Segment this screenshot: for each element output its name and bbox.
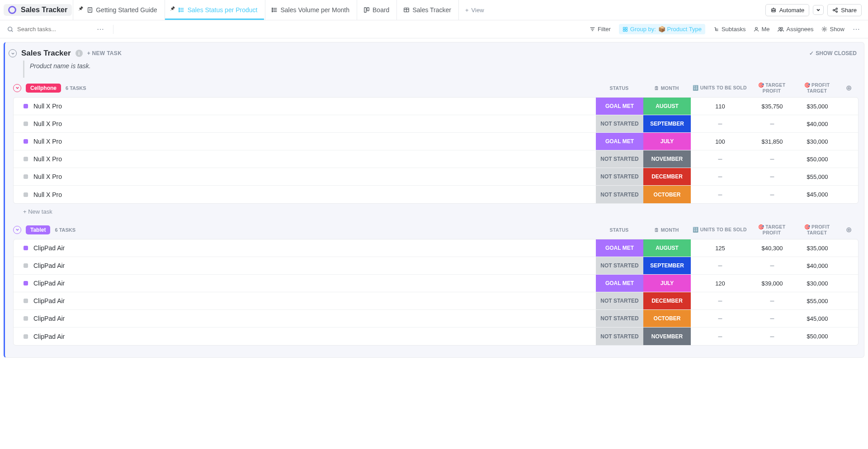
- status-bullet[interactable]: [24, 281, 28, 285]
- target-profit-cell[interactable]: –: [750, 173, 795, 181]
- table-row[interactable]: ClipPad Air NOT STARTED DECEMBER – – $55…: [14, 292, 858, 310]
- task-name[interactable]: Null X Pro: [33, 120, 596, 127]
- assignees-button[interactable]: Assignees: [778, 26, 813, 33]
- task-name[interactable]: ClipPad Air: [33, 280, 596, 287]
- units-cell[interactable]: 120: [691, 280, 750, 287]
- profit-target-cell[interactable]: $50,000: [795, 333, 840, 340]
- search-input[interactable]: [17, 26, 80, 33]
- month-cell[interactable]: OCTOBER: [643, 310, 691, 327]
- task-name[interactable]: ClipPad Air: [33, 262, 596, 269]
- new-task-button[interactable]: + NEW TASK: [87, 50, 122, 56]
- group-pill[interactable]: Cellphone: [26, 84, 61, 93]
- task-name[interactable]: Null X Pro: [33, 191, 596, 198]
- status-bullet[interactable]: [24, 139, 28, 144]
- status-bullet[interactable]: [24, 299, 28, 303]
- target-profit-cell[interactable]: $39,000: [750, 280, 795, 287]
- col-profit-target[interactable]: 🎯 PROFIT TARGET: [794, 224, 840, 235]
- automate-dropdown[interactable]: [813, 5, 824, 15]
- status-cell[interactable]: NOT STARTED: [596, 168, 643, 185]
- task-name[interactable]: ClipPad Air: [33, 333, 596, 340]
- units-cell[interactable]: –: [691, 191, 750, 199]
- tab-sales-tracker[interactable]: Sales Tracker: [396, 0, 458, 20]
- table-row[interactable]: Null X Pro NOT STARTED NOVEMBER – – $50,…: [14, 150, 858, 168]
- info-icon[interactable]: i: [75, 50, 83, 57]
- panel-collapse[interactable]: [9, 49, 17, 57]
- target-profit-cell[interactable]: –: [750, 120, 795, 128]
- target-profit-cell[interactable]: $40,300: [750, 245, 795, 252]
- status-bullet[interactable]: [24, 157, 28, 161]
- target-profit-cell[interactable]: –: [750, 297, 795, 305]
- target-profit-cell[interactable]: –: [750, 314, 795, 323]
- col-month[interactable]: 🗓 MONTH: [643, 85, 690, 91]
- target-profit-cell[interactable]: –: [750, 191, 795, 199]
- table-row[interactable]: Null X Pro NOT STARTED DECEMBER – – $55,…: [14, 168, 858, 186]
- profit-target-cell[interactable]: $35,000: [795, 103, 840, 110]
- group-by-chip[interactable]: Group by: 📦 Product Type: [619, 24, 705, 34]
- task-name[interactable]: Null X Pro: [33, 155, 596, 163]
- profit-target-cell[interactable]: $55,000: [795, 173, 840, 180]
- toolbar-more[interactable]: ⋯: [853, 25, 861, 33]
- status-bullet[interactable]: [24, 246, 28, 250]
- units-cell[interactable]: –: [691, 297, 750, 305]
- profit-target-cell[interactable]: $45,000: [795, 315, 840, 322]
- task-name[interactable]: Null X Pro: [33, 173, 596, 180]
- table-row[interactable]: ClipPad Air NOT STARTED SEPTEMBER – – $4…: [14, 257, 858, 275]
- new-task-row[interactable]: + New task: [13, 204, 864, 215]
- month-cell[interactable]: DECEMBER: [643, 168, 691, 185]
- units-cell[interactable]: –: [691, 120, 750, 128]
- show-closed-button[interactable]: ✓ SHOW CLOSED: [809, 50, 857, 56]
- task-name[interactable]: ClipPad Air: [33, 315, 596, 322]
- status-bullet[interactable]: [24, 122, 28, 126]
- profit-target-cell[interactable]: $30,000: [795, 280, 840, 287]
- task-name[interactable]: ClipPad Air: [33, 297, 596, 304]
- month-cell[interactable]: OCTOBER: [643, 186, 691, 203]
- units-cell[interactable]: –: [691, 332, 750, 341]
- subtasks-button[interactable]: Subtasks: [713, 26, 745, 33]
- search-wrap[interactable]: [7, 26, 89, 33]
- table-row[interactable]: Null X Pro NOT STARTED OCTOBER – – $45,0…: [14, 186, 858, 203]
- units-cell[interactable]: –: [691, 262, 750, 270]
- units-cell[interactable]: –: [691, 173, 750, 181]
- status-cell[interactable]: NOT STARTED: [596, 310, 643, 327]
- col-units[interactable]: 🔢 UNITS TO BE SOLD: [690, 227, 749, 233]
- month-cell[interactable]: SEPTEMBER: [643, 257, 691, 274]
- profit-target-cell[interactable]: $40,000: [795, 121, 840, 127]
- status-cell[interactable]: NOT STARTED: [596, 150, 643, 168]
- profit-target-cell[interactable]: $35,000: [795, 245, 840, 252]
- target-profit-cell[interactable]: –: [750, 262, 795, 270]
- status-cell[interactable]: NOT STARTED: [596, 292, 643, 309]
- col-profit-target[interactable]: 🎯 PROFIT TARGET: [794, 82, 840, 94]
- filter-button[interactable]: Filter: [590, 26, 611, 33]
- status-cell[interactable]: NOT STARTED: [596, 327, 643, 345]
- col-target-profit[interactable]: 🎯 TARGET PROFIT: [749, 224, 794, 235]
- add-view-button[interactable]: + View: [458, 0, 491, 20]
- status-bullet[interactable]: [24, 192, 28, 197]
- profit-target-cell[interactable]: $55,000: [795, 298, 840, 304]
- status-cell[interactable]: NOT STARTED: [596, 257, 643, 274]
- task-name[interactable]: Null X Pro: [33, 103, 596, 110]
- status-cell[interactable]: GOAL MET: [596, 98, 643, 115]
- status-cell[interactable]: NOT STARTED: [596, 186, 643, 203]
- add-column-button[interactable]: ⊕: [840, 84, 858, 92]
- status-cell[interactable]: GOAL MET: [596, 275, 643, 292]
- status-bullet[interactable]: [24, 174, 28, 179]
- col-target-profit[interactable]: 🎯 TARGET PROFIT: [749, 82, 794, 94]
- table-row[interactable]: Null X Pro NOT STARTED SEPTEMBER – – $40…: [14, 115, 858, 133]
- tab-sales-volume[interactable]: Sales Volume per Month: [265, 0, 356, 20]
- units-cell[interactable]: –: [691, 314, 750, 323]
- target-profit-cell[interactable]: –: [750, 332, 795, 341]
- units-cell[interactable]: 125: [691, 245, 750, 252]
- status-bullet[interactable]: [24, 263, 28, 268]
- status-cell[interactable]: NOT STARTED: [596, 115, 643, 132]
- status-cell[interactable]: GOAL MET: [596, 239, 643, 257]
- col-status[interactable]: STATUS: [595, 227, 643, 233]
- units-cell[interactable]: 110: [691, 103, 750, 110]
- month-cell[interactable]: AUGUST: [643, 239, 691, 257]
- tab-sales-status[interactable]: Sales Status per Product: [165, 0, 264, 20]
- target-profit-cell[interactable]: $35,750: [750, 103, 795, 110]
- month-cell[interactable]: SEPTEMBER: [643, 115, 691, 132]
- units-cell[interactable]: 100: [691, 138, 750, 145]
- tab-getting-started[interactable]: Getting Started Guide: [73, 0, 163, 20]
- target-profit-cell[interactable]: –: [750, 155, 795, 163]
- col-month[interactable]: 🗓 MONTH: [643, 227, 690, 233]
